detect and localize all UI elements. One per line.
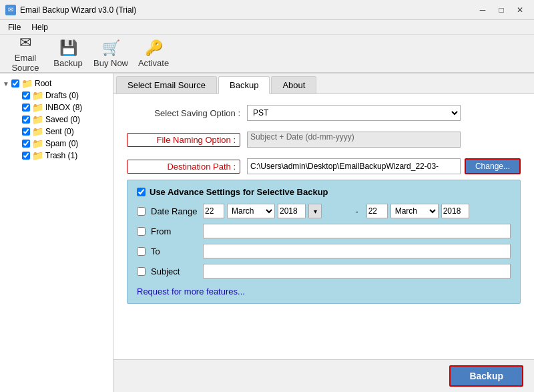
backup-tool-button[interactable]: 💾 Backup	[48, 37, 88, 70]
tree-children: 📁 Drafts (0) 📁 INBOX (8) 📁 Saved (0)	[13, 89, 110, 162]
destination-label: Destination Path :	[127, 160, 240, 174]
root-checkbox[interactable]	[11, 79, 19, 87]
activate-icon: 🔑	[145, 39, 163, 57]
file-naming-label: File Naming Option :	[127, 133, 240, 147]
spam-folder-icon: 📁	[32, 138, 43, 149]
date-to-group: March	[366, 204, 511, 218]
adv-header-label: Use Advance Settings for Selective Backu…	[150, 187, 328, 197]
sent-folder-icon: 📁	[32, 126, 43, 137]
tree-item-trash[interactable]: 📁 Trash (1)	[13, 150, 110, 162]
date-from-year[interactable]	[278, 204, 306, 218]
date-to-year[interactable]	[441, 204, 469, 218]
email-source-icon: ✉	[19, 34, 31, 51]
date-to-day[interactable]	[366, 204, 388, 218]
menu-bar: File Help	[0, 20, 534, 35]
tree-item-sent[interactable]: 📁 Sent (0)	[13, 126, 110, 138]
activate-button[interactable]: 🔑 Activate	[134, 37, 174, 70]
request-features-link[interactable]: Request for more features...	[137, 284, 511, 297]
expand-drafts	[13, 92, 20, 100]
to-label: To	[151, 246, 198, 256]
tab-bar: Select Email Source Backup About	[113, 73, 534, 94]
subject-label: Subject	[151, 266, 198, 276]
date-picker-button[interactable]: ▾	[308, 204, 322, 218]
expand-spam	[13, 140, 20, 148]
email-source-button[interactable]: ✉ Email Source	[5, 37, 45, 70]
trash-label: Trash (1)	[45, 151, 77, 160]
activate-label: Activate	[138, 58, 169, 68]
right-panel: Select Email Source Backup About Select …	[113, 73, 534, 392]
to-input[interactable]	[203, 244, 511, 258]
to-row: To	[137, 244, 511, 258]
destination-input[interactable]	[247, 158, 461, 174]
tab-backup[interactable]: Backup	[218, 76, 270, 94]
close-button[interactable]: ✕	[511, 3, 529, 17]
expand-sent	[13, 128, 20, 136]
tree-root: ▼ 📁 Root 📁 Drafts (0) 📁 INBOX (8)	[3, 76, 110, 163]
spam-checkbox[interactable]	[22, 140, 30, 148]
backup-icon: 💾	[59, 39, 77, 57]
email-source-label: Email Source	[5, 53, 45, 73]
expand-trash	[13, 152, 20, 160]
menu-help[interactable]: Help	[26, 21, 53, 33]
title-bar: ✉ Email Backup Wizard v3.0 (Trial) ─ □ ✕	[0, 0, 534, 20]
tree-item-spam[interactable]: 📁 Spam (0)	[13, 138, 110, 150]
inbox-checkbox[interactable]	[22, 104, 30, 112]
window-controls: ─ □ ✕	[474, 3, 529, 17]
saving-option-row: Select Saving Option : PST MSG EML PDF H…	[127, 105, 521, 121]
expand-saved	[13, 116, 20, 124]
subject-input[interactable]	[203, 264, 511, 278]
buy-now-icon: 🛒	[102, 39, 120, 57]
toolbar: ✉ Email Source 💾 Backup 🛒 Buy Now 🔑 Acti…	[0, 35, 534, 73]
tree-item-inbox[interactable]: 📁 INBOX (8)	[13, 102, 110, 114]
main-layout: ▼ 📁 Root 📁 Drafts (0) 📁 INBOX (8)	[0, 73, 534, 392]
menu-file[interactable]: File	[3, 21, 26, 33]
tab-about[interactable]: About	[271, 76, 316, 93]
from-row: From	[137, 224, 511, 238]
tree-root-item[interactable]: ▼ 📁 Root	[3, 77, 110, 89]
date-range-checkbox[interactable]	[137, 207, 146, 216]
root-folder-icon: 📁	[21, 78, 33, 89]
destination-row: Destination Path : Change...	[127, 158, 521, 174]
from-label: From	[151, 226, 198, 236]
from-checkbox[interactable]	[137, 227, 146, 236]
tab-select-email-source[interactable]: Select Email Source	[116, 76, 217, 93]
sent-label: Sent (0)	[45, 127, 74, 136]
sent-checkbox[interactable]	[22, 128, 30, 136]
drafts-folder-icon: 📁	[32, 90, 43, 101]
maximize-button[interactable]: □	[493, 3, 510, 17]
trash-checkbox[interactable]	[22, 152, 30, 160]
subject-row: Subject	[137, 264, 511, 278]
date-from-group: March ▾	[203, 204, 347, 218]
inbox-label: INBOX (8)	[45, 103, 82, 112]
date-separator: -	[352, 206, 360, 216]
saved-checkbox[interactable]	[22, 116, 30, 124]
backup-button[interactable]: Backup	[449, 365, 523, 387]
change-button[interactable]: Change...	[465, 158, 521, 174]
buy-now-button[interactable]: 🛒 Buy Now	[91, 37, 131, 70]
saving-option-label: Select Saving Option :	[127, 108, 240, 118]
inbox-folder-icon: 📁	[32, 102, 43, 113]
app-icon: ✉	[5, 5, 16, 15]
date-from-month[interactable]: March	[227, 204, 275, 218]
subject-checkbox[interactable]	[137, 267, 146, 276]
to-checkbox[interactable]	[137, 247, 146, 256]
adv-checkbox[interactable]	[137, 188, 146, 196]
saved-label: Saved (0)	[45, 115, 80, 124]
file-naming-row: File Naming Option : Subject + Date (dd-…	[127, 132, 521, 148]
window-title: Email Backup Wizard v3.0 (Trial)	[20, 5, 136, 15]
saving-option-select[interactable]: PST MSG EML PDF HTML	[247, 105, 461, 121]
saving-option-control: PST MSG EML PDF HTML	[247, 105, 461, 121]
from-input[interactable]	[203, 224, 511, 238]
left-panel: ▼ 📁 Root 📁 Drafts (0) 📁 INBOX (8)	[0, 73, 113, 392]
date-from-day[interactable]	[203, 204, 224, 218]
saved-folder-icon: 📁	[32, 114, 43, 125]
advanced-settings-section: Use Advance Settings for Selective Backu…	[127, 180, 521, 304]
bottom-bar: Backup	[113, 359, 534, 392]
expand-inbox	[13, 104, 20, 112]
file-naming-value: Subject + Date (dd-mm-yyyy)	[247, 132, 461, 148]
minimize-button[interactable]: ─	[474, 3, 491, 17]
drafts-checkbox[interactable]	[22, 91, 30, 100]
tree-item-saved[interactable]: 📁 Saved (0)	[13, 114, 110, 126]
date-to-month[interactable]: March	[390, 204, 439, 218]
tree-item-drafts[interactable]: 📁 Drafts (0)	[13, 89, 110, 102]
